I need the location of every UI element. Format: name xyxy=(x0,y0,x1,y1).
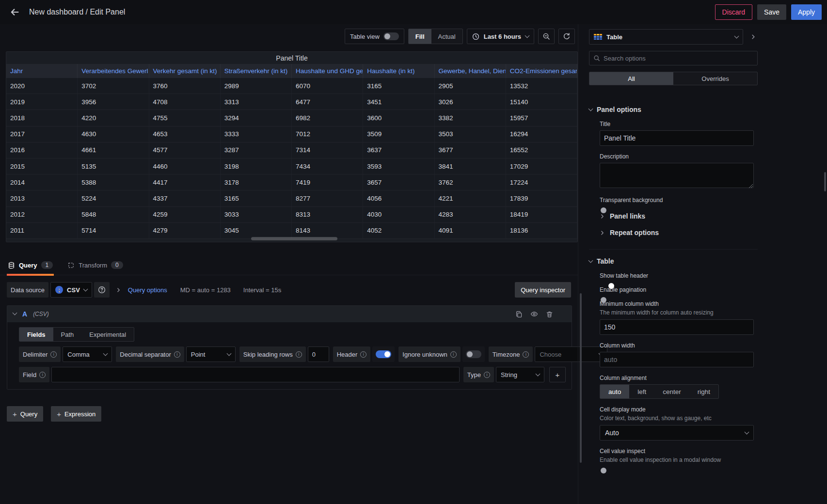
cell-display-mode-select[interactable]: Auto xyxy=(600,425,754,441)
panel-title-input[interactable] xyxy=(600,130,754,146)
back-button[interactable] xyxy=(7,4,22,20)
chevron-right-icon xyxy=(750,34,756,40)
column-header[interactable]: Verarbeitendes Gewerl xyxy=(78,64,149,78)
transform-count-badge: 0 xyxy=(111,261,123,269)
plus-icon: + xyxy=(13,410,17,418)
tab-fields[interactable]: Fields xyxy=(19,328,53,341)
table-cell: 3026 xyxy=(435,94,506,110)
info-icon: i xyxy=(39,372,46,378)
header-toggle[interactable] xyxy=(376,350,391,358)
add-query-button[interactable]: +Query xyxy=(7,406,43,422)
collapse-options-button[interactable] xyxy=(747,29,760,45)
chevron-down-icon xyxy=(525,33,530,38)
top-bar: New dashboard / Edit Panel Discard Save … xyxy=(0,0,827,24)
ignore-unknown-toggle[interactable] xyxy=(466,350,481,358)
alignment-auto[interactable]: auto xyxy=(600,385,629,398)
column-header[interactable]: CO2-Emissionen gesar xyxy=(506,64,577,78)
tab-transform[interactable]: Transform 0 xyxy=(66,261,124,275)
table-options-header[interactable]: Table xyxy=(589,257,758,265)
hide-query-icon[interactable] xyxy=(530,310,538,318)
table-cell: 3762 xyxy=(435,174,506,190)
fill-option[interactable]: Fill xyxy=(409,29,431,44)
tab-all[interactable]: All xyxy=(589,72,673,85)
panel-title: Panel Title xyxy=(6,52,577,64)
column-header[interactable]: Verkehr gesamt (in kt) xyxy=(149,64,221,78)
panel-options-header[interactable]: Panel options xyxy=(589,106,758,113)
discard-button[interactable]: Discard xyxy=(715,4,752,20)
search-options-input[interactable] xyxy=(604,55,753,62)
actual-option[interactable]: Actual xyxy=(431,29,462,44)
timezone-label: Timezonei xyxy=(489,346,533,362)
tab-query[interactable]: Query 1 xyxy=(7,261,54,275)
field-input[interactable] xyxy=(51,367,460,382)
table-cell: 6982 xyxy=(292,110,363,126)
min-column-width-input[interactable] xyxy=(600,319,754,335)
arrow-left-icon xyxy=(10,7,19,17)
panel-links-section[interactable]: Panel links xyxy=(600,212,758,220)
chevron-down-icon xyxy=(226,351,231,356)
table-cell: 4708 xyxy=(149,94,221,110)
repeat-options-section[interactable]: Repeat options xyxy=(600,229,758,236)
collapse-query-icon[interactable] xyxy=(13,311,17,315)
tab-experimental[interactable]: Experimental xyxy=(81,328,134,341)
query-options-toggle[interactable]: Query options xyxy=(111,282,172,298)
apply-button[interactable]: Apply xyxy=(791,4,822,20)
table-cell: 4030 xyxy=(363,207,434,222)
table-view-toggle[interactable] xyxy=(383,32,399,40)
skip-rows-input[interactable] xyxy=(308,346,329,362)
time-range-picker[interactable]: Last 6 hours xyxy=(467,29,534,44)
column-header[interactable]: Haushalte und GHD ge xyxy=(292,64,363,78)
info-icon: i xyxy=(50,351,57,358)
table-cell: 8313 xyxy=(292,207,363,222)
zoom-out-button[interactable] xyxy=(538,29,555,44)
cell-display-mode-description: Color text, background, show as gauge, e… xyxy=(600,415,758,422)
datasource-picker[interactable]: ; CSV xyxy=(50,282,92,298)
type-select[interactable]: String xyxy=(496,367,544,382)
horizontal-scrollbar[interactable] xyxy=(251,237,337,240)
refresh-button[interactable] xyxy=(558,29,575,44)
main-scrollbar[interactable] xyxy=(580,293,582,463)
datasource-help-button[interactable] xyxy=(94,282,110,298)
table-cell: 3657 xyxy=(363,174,434,190)
delete-query-icon[interactable] xyxy=(546,311,553,318)
column-header[interactable]: Jahr xyxy=(6,64,78,78)
add-expression-button[interactable]: +Expression xyxy=(51,406,101,422)
tab-query-label: Query xyxy=(19,262,37,269)
duplicate-query-icon[interactable] xyxy=(515,311,523,318)
query-inspector-button[interactable]: Query inspector xyxy=(515,282,571,298)
visualization-picker[interactable]: Table xyxy=(589,29,743,45)
refresh-icon xyxy=(563,32,571,40)
alignment-right[interactable]: right xyxy=(689,385,718,398)
datasource-value: CSV xyxy=(67,286,80,294)
table-cell: 4279 xyxy=(149,223,221,238)
column-header[interactable]: Haushalte (in kt) xyxy=(363,64,434,78)
clock-icon xyxy=(472,33,479,40)
decimal-separator-select[interactable]: Point xyxy=(186,346,236,362)
table-cell: 3451 xyxy=(363,94,434,110)
table-cell: 2017 xyxy=(6,126,78,142)
table-cell: 17839 xyxy=(506,190,577,206)
tab-overrides[interactable]: Overrides xyxy=(673,72,757,85)
table-cell: 5135 xyxy=(78,158,149,174)
tab-path[interactable]: Path xyxy=(53,328,82,341)
alignment-left[interactable]: left xyxy=(629,385,654,398)
search-options-box xyxy=(589,51,758,65)
query-card: A (CSV) Fields xyxy=(7,305,572,390)
column-header[interactable]: Gewerbe, Handel, Dien xyxy=(435,64,506,78)
table-row: 201551354460319874343593384117029 xyxy=(6,158,577,174)
add-field-button[interactable]: + xyxy=(549,367,566,382)
column-header[interactable]: Straßenverkehr (in kt) xyxy=(221,64,292,78)
alignment-center[interactable]: center xyxy=(654,385,689,398)
sidebar-scrollbar[interactable] xyxy=(824,172,826,191)
fill-actual-group: Fill Actual xyxy=(408,29,463,44)
description-textarea[interactable] xyxy=(600,163,754,188)
delimiter-select[interactable]: Comma xyxy=(63,346,112,362)
table-body: 2020370237602989607031652905135322019395… xyxy=(6,78,577,239)
column-width-input[interactable] xyxy=(600,352,754,367)
table-cell: 2015 xyxy=(6,158,78,174)
save-button[interactable]: Save xyxy=(757,4,786,20)
table-cell: 3637 xyxy=(363,142,434,158)
query-ref-id[interactable]: A xyxy=(22,310,27,318)
decimal-separator-label: Decimal separatori xyxy=(116,346,184,362)
pane-splitter[interactable] xyxy=(578,24,585,504)
